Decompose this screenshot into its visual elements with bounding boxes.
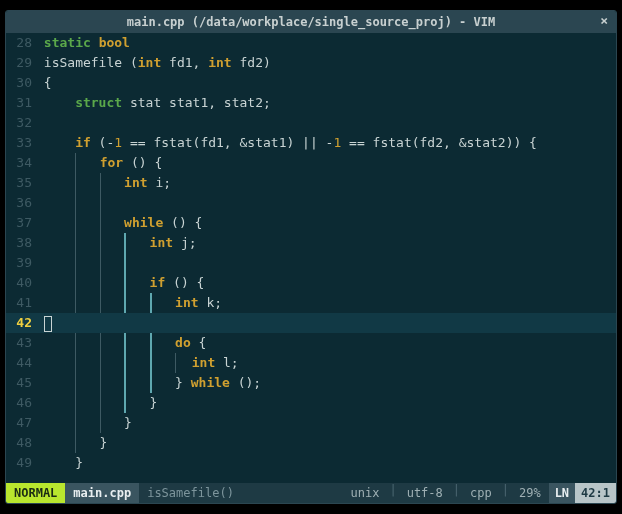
statusline: NORMAL main.cpp isSamefile() unix| utf-8…: [6, 483, 616, 503]
indent-guide: [175, 353, 176, 373]
indent-guide: [75, 413, 76, 433]
indent-guide: [100, 213, 101, 233]
indent-guide: [100, 273, 101, 293]
indent-guide: [100, 293, 101, 313]
line-number: 29: [6, 53, 36, 73]
code-area[interactable]: 28 static bool 29 isSamefile (int fd1, i…: [6, 33, 616, 483]
line-number: 36: [6, 193, 36, 213]
line-number: 30: [6, 73, 36, 93]
mode-indicator: NORMAL: [6, 483, 65, 503]
line-number: 32: [6, 113, 36, 133]
indent-guide: [124, 233, 126, 253]
indent-guide: [75, 373, 76, 393]
window-title: main.cpp (/data/workplace/single_source_…: [127, 15, 495, 29]
indent-guide: [124, 393, 126, 413]
file-format: unix: [343, 483, 388, 503]
line-number: 46: [6, 393, 36, 413]
function-name: isSamefile(): [139, 483, 242, 503]
indent-guide: [75, 253, 76, 273]
line-number: 34: [6, 153, 36, 173]
line-number: 47: [6, 413, 36, 433]
filename: main.cpp: [65, 483, 139, 503]
indent-guide: [124, 273, 126, 293]
line-number: 48: [6, 433, 36, 453]
indent-guide: [100, 173, 101, 193]
indent-guide: [124, 253, 126, 273]
line-number: 31: [6, 93, 36, 113]
line-number: 39: [6, 253, 36, 273]
indent-guide: [75, 153, 76, 173]
line-number: 35: [6, 173, 36, 193]
encoding: utf-8: [399, 483, 451, 503]
indent-guide: [100, 253, 101, 273]
percent: 29%: [511, 483, 549, 503]
line-label: LN: [549, 483, 575, 503]
indent-guide: [100, 393, 101, 413]
indent-guide: [100, 193, 101, 213]
indent-guide: [100, 333, 101, 353]
line-number: 49: [6, 453, 36, 473]
editor[interactable]: 28 static bool 29 isSamefile (int fd1, i…: [6, 33, 616, 503]
line-number: 40: [6, 273, 36, 293]
line-number: 41: [6, 293, 36, 313]
indent-guide: [75, 273, 76, 293]
line-number: 28: [6, 33, 36, 53]
cursor: [44, 316, 52, 332]
titlebar: main.cpp (/data/workplace/single_source_…: [6, 11, 616, 33]
indent-guide: [75, 213, 76, 233]
indent-guide: [150, 373, 152, 393]
indent-guide: [124, 373, 126, 393]
indent-guide: [75, 193, 76, 213]
line-number: 45: [6, 373, 36, 393]
line-number: 38: [6, 233, 36, 253]
indent-guide: [75, 293, 76, 313]
indent-guide: [100, 233, 101, 253]
indent-guide: [75, 353, 76, 373]
indent-guide: [124, 333, 126, 353]
line-number: 42: [6, 313, 36, 333]
file-type: cpp: [462, 483, 500, 503]
indent-guide: [75, 433, 76, 453]
line-number: 33: [6, 133, 36, 153]
indent-guide: [100, 373, 101, 393]
indent-guide: [150, 353, 152, 373]
indent-guide: [150, 293, 152, 313]
cursor-position: 42:1: [575, 483, 616, 503]
indent-guide: [75, 393, 76, 413]
indent-guide: [124, 353, 126, 373]
indent-guide: [100, 353, 101, 373]
line-number: 43: [6, 333, 36, 353]
current-line: 42: [6, 313, 616, 333]
indent-guide: [75, 233, 76, 253]
line-number: 37: [6, 213, 36, 233]
editor-window: main.cpp (/data/workplace/single_source_…: [5, 10, 617, 504]
line-number: 44: [6, 353, 36, 373]
indent-guide: [124, 293, 126, 313]
close-icon[interactable]: ×: [600, 13, 608, 28]
indent-guide: [100, 413, 101, 433]
indent-guide: [150, 333, 152, 353]
indent-guide: [75, 333, 76, 353]
indent-guide: [75, 173, 76, 193]
